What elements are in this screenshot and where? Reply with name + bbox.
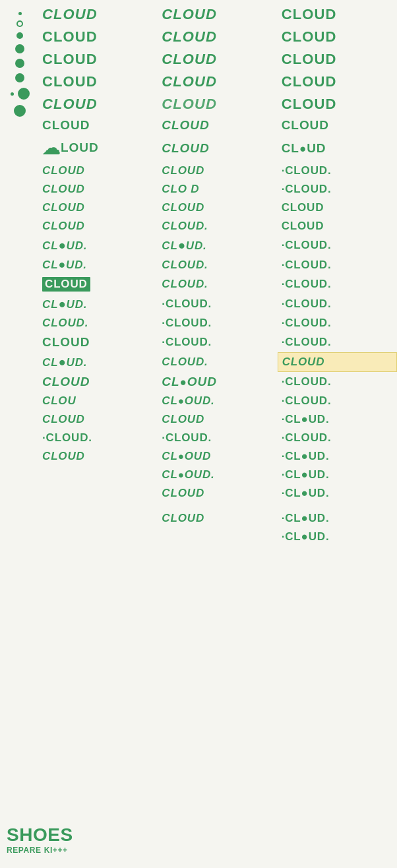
cloud-cell: ·CLOUD. bbox=[278, 332, 397, 352]
cloud-cell: CLOUD bbox=[278, 93, 397, 115]
cloud-text: ·CL●UD. bbox=[282, 512, 330, 525]
cloud-cell: CL●UD. bbox=[38, 235, 158, 255]
cloud-text: CLOUD bbox=[42, 220, 85, 233]
cloud-cell: CL●UD. bbox=[38, 352, 158, 372]
cloud-text: CL●UD. bbox=[42, 355, 87, 369]
cloud-text: ·CLOUD. bbox=[282, 317, 332, 330]
cloud-text: ·CLOUD. bbox=[282, 239, 332, 252]
cloud-cell: CLOUD bbox=[38, 410, 158, 429]
cloud-cell: CLOUD bbox=[38, 71, 158, 93]
cloud-text: CLOUD bbox=[42, 28, 98, 46]
cloud-text: CLOUD bbox=[282, 201, 324, 214]
cloud-cell: ·CL●UD. bbox=[278, 509, 397, 528]
cloud-text: CLOUD. bbox=[162, 278, 208, 291]
cloud-cell: CLOUD bbox=[38, 447, 158, 466]
cloud-text: ·CLOUD. bbox=[282, 394, 332, 408]
cloud-cell: ·CLOUD. bbox=[158, 429, 277, 447]
cloud-text: CLOUD bbox=[42, 164, 85, 177]
cloud-cell: CLOUD bbox=[158, 410, 277, 429]
cloud-cell: CLOUD bbox=[158, 199, 277, 217]
cloud-text: CL●UD. bbox=[42, 238, 87, 253]
cloud-text: CLOUD bbox=[42, 118, 90, 133]
cloud-cell: CLOUD. bbox=[38, 314, 158, 332]
cloud-text: CLOUD bbox=[42, 183, 85, 196]
cloud-cell bbox=[38, 484, 158, 503]
cloud-text: CLOUD bbox=[282, 28, 337, 46]
cloud-text: ☁LOUD bbox=[42, 138, 99, 159]
cloud-cell bbox=[38, 528, 158, 546]
cloud-text: CLOUD bbox=[162, 201, 204, 214]
cloud-cell: CLOUD bbox=[158, 93, 277, 115]
cloud-text: CL●UD bbox=[282, 141, 326, 156]
cloud-cell: CLOUD bbox=[38, 48, 158, 71]
cloud-text: ·CLOUD. bbox=[282, 278, 332, 291]
cloud-text: ·CLOUD. bbox=[282, 259, 332, 272]
cloud-cell: CLOUD bbox=[38, 93, 158, 115]
cloud-text: CLOUD bbox=[282, 6, 337, 23]
cloud-text: CLOUD. bbox=[162, 356, 208, 369]
cloud-cell: CLOUD bbox=[158, 484, 277, 503]
cloud-cell: CLOUD bbox=[278, 3, 397, 26]
cloud-cell: CLOUD bbox=[278, 115, 397, 135]
cloud-cell: ·CLOUD. bbox=[278, 274, 397, 294]
cloud-cell: ·CLOUD. bbox=[278, 235, 397, 255]
cloud-text: CLOUD bbox=[42, 375, 90, 389]
cloud-cell: ☁LOUD bbox=[38, 135, 158, 162]
cloud-cell: CLO D bbox=[158, 180, 277, 199]
cloud-text: CLOUD bbox=[42, 51, 98, 68]
cloud-cell: CLOUD bbox=[38, 162, 158, 180]
circle-6 bbox=[18, 88, 30, 100]
cloud-cell: CLOUD bbox=[38, 180, 158, 199]
cloud-cell: CLOUD bbox=[158, 26, 277, 48]
cloud-text: CLOUD bbox=[42, 6, 98, 23]
cloud-cell: CLOUD bbox=[278, 199, 397, 217]
cloud-text: CL●OUD. bbox=[162, 394, 214, 408]
dot-2 bbox=[11, 92, 14, 96]
cloud-text: ·CLOUD. bbox=[42, 431, 92, 445]
cloud-cell: CLOUD bbox=[158, 509, 277, 528]
cloud-cell: CLOUD bbox=[278, 26, 397, 48]
cloud-text: CLOUD bbox=[282, 118, 329, 133]
cloud-cell: ·CLOUD. bbox=[38, 429, 158, 447]
cloud-text: CLOUD bbox=[42, 277, 90, 292]
cloud-cell: CLOUD bbox=[38, 3, 158, 26]
cloud-cell: CLOUD bbox=[38, 115, 158, 135]
cloud-text: CLOUD bbox=[162, 141, 209, 156]
cloud-text: ·CLOUD. bbox=[162, 317, 212, 330]
cloud-cell: ·CLOUD. bbox=[278, 314, 397, 332]
cloud-cell: ·CL●UD. bbox=[278, 484, 397, 503]
cloud-text: CLOUD bbox=[42, 73, 98, 90]
cloud-cell: CLOUD bbox=[38, 26, 158, 48]
cloud-text: CLOUD bbox=[162, 96, 217, 113]
cloud-text: CLOUD bbox=[42, 450, 85, 463]
cloud-cell: CLOUD. bbox=[158, 217, 277, 235]
cloud-cell: CLOUD bbox=[38, 372, 158, 392]
cloud-cell: CLOUD bbox=[278, 71, 397, 93]
sidebar bbox=[0, 0, 40, 117]
cloud-text: ·CL●UD. bbox=[282, 487, 330, 500]
cloud-cell: CLOUD bbox=[38, 332, 158, 352]
cloud-text: CLOUD. bbox=[162, 259, 208, 272]
cloud-cell: CL●OUD. bbox=[158, 466, 277, 484]
cloud-text: CLOUD bbox=[42, 413, 85, 426]
main-container: CLOUD CLOUD CLOUD CLOUD CLOUD CLOUD bbox=[0, 0, 397, 868]
cloud-cell: ·CLOUD. bbox=[278, 429, 397, 447]
cloud-text: ·CLOUD. bbox=[162, 336, 212, 349]
cloud-text: ·CL●UD. bbox=[282, 413, 330, 426]
cloud-text: CLOUD bbox=[162, 6, 217, 23]
cloud-text: CL●OUD bbox=[162, 450, 211, 463]
circle-1 bbox=[16, 20, 23, 27]
cloud-cell: ·CL●UD. bbox=[278, 447, 397, 466]
cloud-cell: ·CL●UD. bbox=[278, 410, 397, 429]
cloud-cell: CLOUD bbox=[158, 135, 277, 162]
dot-circle-1 bbox=[18, 12, 22, 15]
cloud-text: ·CLOUD. bbox=[282, 183, 332, 196]
cloud-cell: CL●UD. bbox=[38, 294, 158, 314]
cloud-cell: CLOUD bbox=[278, 217, 397, 235]
footer-title: SHOES bbox=[7, 824, 73, 846]
cloud-text: CL●UD. bbox=[42, 258, 87, 272]
cloud-text: CLOUD bbox=[282, 51, 337, 68]
cloud-cell: CLOUD. bbox=[158, 255, 277, 274]
cloud-text: ·CL●UD. bbox=[282, 450, 330, 463]
cloud-text: CLOUD bbox=[162, 512, 204, 525]
